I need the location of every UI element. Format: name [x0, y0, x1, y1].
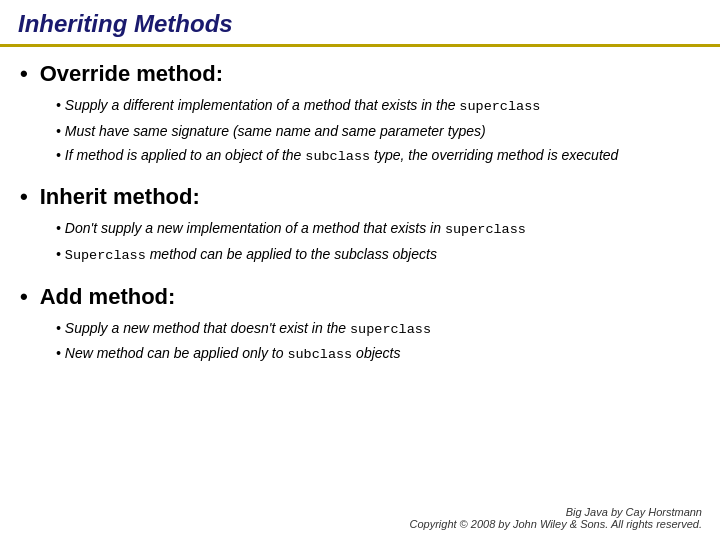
- sub-bullets-inherit: Don't supply a new implementation of a m…: [20, 218, 700, 265]
- section-add: • Add method:Supply a new method that do…: [20, 284, 700, 365]
- sub-bullet-inherit-1: Superclass method can be applied to the …: [56, 244, 700, 266]
- bullet-outer: •: [20, 284, 28, 310]
- slide-content: • Override method:Supply a different imp…: [0, 47, 720, 393]
- sub-bullet-inherit-0: Don't supply a new implementation of a m…: [56, 218, 700, 240]
- footer-line2: Copyright © 2008 by John Wiley & Sons. A…: [409, 518, 702, 530]
- sub-bullet-override-2: If method is applied to an object of the…: [56, 145, 700, 167]
- bullet-outer: •: [20, 61, 28, 87]
- sub-bullet-add-0: Supply a new method that doesn't exist i…: [56, 318, 700, 340]
- code-span: superclass: [459, 99, 540, 114]
- code-span: subclass: [287, 347, 352, 362]
- text-span: Must have same signature (same name and …: [65, 123, 486, 139]
- sub-bullets-add: Supply a new method that doesn't exist i…: [20, 318, 700, 365]
- text-span: Supply a new method that doesn't exist i…: [65, 320, 350, 336]
- sub-bullet-override-1: Must have same signature (same name and …: [56, 121, 700, 141]
- code-span: superclass: [445, 222, 526, 237]
- sub-bullets-override: Supply a different implementation of a m…: [20, 95, 700, 166]
- text-span: New method can be applied only to: [65, 345, 288, 361]
- section-title-add: • Add method:: [20, 284, 700, 310]
- section-title-inherit: • Inherit method:: [20, 184, 700, 210]
- footer-line1: Big Java by Cay Horstmann: [409, 506, 702, 518]
- bullet-outer: •: [20, 184, 28, 210]
- sub-bullet-override-0: Supply a different implementation of a m…: [56, 95, 700, 117]
- slide-footer: Big Java by Cay Horstmann Copyright © 20…: [409, 506, 702, 530]
- code-span: subclass: [305, 149, 370, 164]
- section-inherit: • Inherit method:Don't supply a new impl…: [20, 184, 700, 265]
- text-span: Don't supply a new implementation of a m…: [65, 220, 445, 236]
- slide-title: Inheriting Methods: [18, 10, 702, 38]
- slide: Inheriting Methods • Override method:Sup…: [0, 0, 720, 540]
- section-title-override: • Override method:: [20, 61, 700, 87]
- code-span: superclass: [350, 322, 431, 337]
- code-span: Superclass: [65, 248, 146, 263]
- text-span: objects: [352, 345, 400, 361]
- text-span: Supply a different implementation of a m…: [65, 97, 460, 113]
- section-override: • Override method:Supply a different imp…: [20, 61, 700, 166]
- slide-header: Inheriting Methods: [0, 0, 720, 47]
- sub-bullet-add-1: New method can be applied only to subcla…: [56, 343, 700, 365]
- text-span: If method is applied to an object of the: [65, 147, 306, 163]
- text-span: method can be applied to the subclass ob…: [146, 246, 437, 262]
- text-span: type, the overriding method is executed: [370, 147, 618, 163]
